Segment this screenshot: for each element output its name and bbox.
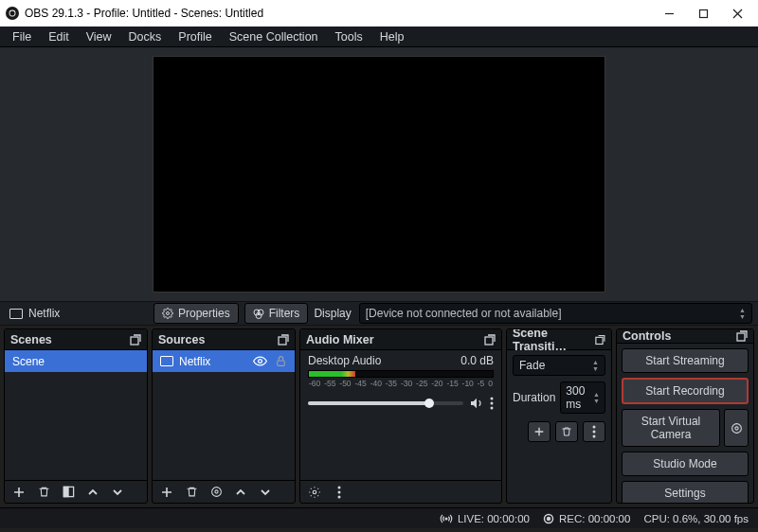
start-recording-button[interactable]: Start Recording <box>622 378 749 404</box>
svg-rect-30 <box>596 337 603 344</box>
status-live-text: LIVE: 00:00:00 <box>458 513 530 524</box>
svg-point-35 <box>593 435 596 438</box>
filters-button[interactable]: Filters <box>244 303 309 324</box>
audio-channel-level: 0.0 dB <box>460 354 494 367</box>
lock-icon[interactable] <box>275 355 287 367</box>
chevron-down-icon[interactable]: ▼ <box>592 365 599 372</box>
audio-channel: Desktop Audio 0.0 dB -60-55-50-45-40-35-… <box>300 350 501 411</box>
studio-mode-button[interactable]: Studio Mode <box>622 452 749 476</box>
virtual-camera-settings-button[interactable] <box>724 409 749 447</box>
source-item[interactable]: Netflix <box>153 350 295 372</box>
window-minimize-button[interactable] <box>652 0 686 27</box>
preview-canvas[interactable] <box>153 56 605 293</box>
audio-mixer-footer <box>300 480 501 503</box>
record-icon <box>543 513 554 524</box>
scene-item[interactable]: Scene <box>5 350 147 372</box>
start-virtual-camera-button[interactable]: Start Virtual Camera <box>622 409 720 447</box>
svg-rect-3 <box>699 9 707 17</box>
start-streaming-button[interactable]: Start Streaming <box>622 348 749 373</box>
transition-menu-button[interactable] <box>583 421 605 442</box>
display-dropdown[interactable]: [Device not connected or not available] … <box>359 303 752 324</box>
menu-profile[interactable]: Profile <box>170 28 220 45</box>
source-properties-button[interactable] <box>206 483 226 502</box>
controls-dock: Controls Start Streaming Start Recording… <box>616 328 754 504</box>
chevron-up-icon[interactable]: ▲ <box>739 307 746 313</box>
settings-button[interactable]: Settings <box>622 481 749 504</box>
audio-meter-ticks: -60-55-50-45-40-35-30-25-20-15-10-50 <box>308 379 494 388</box>
svg-point-8 <box>258 310 263 315</box>
properties-button[interactable]: Properties <box>153 303 239 324</box>
popout-icon[interactable] <box>736 330 748 342</box>
svg-point-29 <box>338 495 341 498</box>
add-scene-button[interactable] <box>9 483 29 502</box>
window-maximize-button[interactable] <box>686 0 720 27</box>
scenes-dock-header: Scenes <box>5 329 147 350</box>
svg-point-1 <box>9 10 14 15</box>
svg-point-34 <box>593 431 596 434</box>
selected-source-chip: Netflix <box>6 305 148 322</box>
svg-rect-14 <box>63 487 68 496</box>
duration-input[interactable]: 300 ms ▲▼ <box>560 381 605 414</box>
scenes-title: Scenes <box>10 333 52 346</box>
svg-point-28 <box>338 490 341 493</box>
svg-point-6 <box>167 312 170 315</box>
transitions-body: Fade ▲▼ Duration 300 ms ▲▼ <box>507 350 611 447</box>
controls-title: Controls <box>623 329 671 343</box>
audio-mixer-header: Audio Mixer <box>300 329 501 350</box>
menu-edit[interactable]: Edit <box>40 28 78 45</box>
menu-docks[interactable]: Docks <box>120 28 171 45</box>
chevron-down-icon[interactable]: ▼ <box>739 313 746 320</box>
kebab-icon[interactable] <box>490 397 494 410</box>
svg-point-27 <box>338 486 341 488</box>
scene-filters-button[interactable] <box>58 483 79 502</box>
menu-help[interactable]: Help <box>371 28 413 45</box>
sources-title: Sources <box>158 333 205 346</box>
speaker-icon[interactable] <box>469 396 484 411</box>
status-rec: REC: 00:00:00 <box>543 513 630 524</box>
mixer-menu-button[interactable] <box>329 483 350 502</box>
menu-scene-collection[interactable]: Scene Collection <box>221 28 327 45</box>
chevron-up-icon[interactable]: ▲ <box>593 391 600 398</box>
menu-tools[interactable]: Tools <box>327 28 371 45</box>
sources-list: Netflix <box>153 350 295 480</box>
chevron-down-icon[interactable]: ▼ <box>593 398 600 404</box>
window-close-button[interactable] <box>720 0 754 27</box>
svg-point-16 <box>259 360 262 364</box>
transitions-dock-header: Scene Transiti… <box>507 329 611 350</box>
menu-file[interactable]: File <box>4 28 40 45</box>
svg-point-38 <box>731 423 741 433</box>
sources-dock: Sources Netflix <box>152 328 296 504</box>
svg-rect-36 <box>737 333 745 341</box>
source-move-up-button[interactable] <box>230 483 251 502</box>
remove-scene-button[interactable] <box>33 483 54 502</box>
add-transition-button[interactable] <box>528 421 550 442</box>
add-source-button[interactable] <box>156 483 177 502</box>
remove-transition-button[interactable] <box>555 421 578 442</box>
chevron-up-icon[interactable]: ▲ <box>592 359 599 365</box>
broadcast-icon <box>440 512 453 525</box>
popout-icon[interactable] <box>278 334 289 346</box>
scene-move-up-button[interactable] <box>82 483 103 502</box>
popout-icon[interactable] <box>595 334 605 346</box>
svg-point-9 <box>256 313 262 319</box>
status-bar: LIVE: 00:00:00 REC: 00:00:00 CPU: 0.6%, … <box>0 507 758 528</box>
popout-icon[interactable] <box>130 334 141 346</box>
menu-view[interactable]: View <box>78 28 120 45</box>
popout-icon[interactable] <box>484 334 496 346</box>
svg-rect-22 <box>485 337 493 345</box>
svg-point-41 <box>547 516 550 520</box>
svg-rect-15 <box>279 337 286 345</box>
status-cpu-text: CPU: 0.6%, 30.00 fps <box>643 513 749 524</box>
svg-rect-10 <box>131 337 138 345</box>
transitions-dock: Scene Transiti… Fade ▲▼ Duration 300 ms … <box>506 328 612 504</box>
scene-move-down-button[interactable] <box>107 483 128 502</box>
mixer-settings-button[interactable] <box>304 483 325 502</box>
eye-icon[interactable] <box>253 354 267 368</box>
remove-source-button[interactable] <box>181 483 202 502</box>
transition-type-dropdown[interactable]: Fade ▲▼ <box>513 355 605 376</box>
sources-footer <box>153 480 295 503</box>
selected-source-name: Netflix <box>28 307 60 320</box>
volume-slider[interactable] <box>308 401 463 405</box>
sources-dock-header: Sources <box>153 329 295 350</box>
source-move-down-button[interactable] <box>255 483 276 502</box>
